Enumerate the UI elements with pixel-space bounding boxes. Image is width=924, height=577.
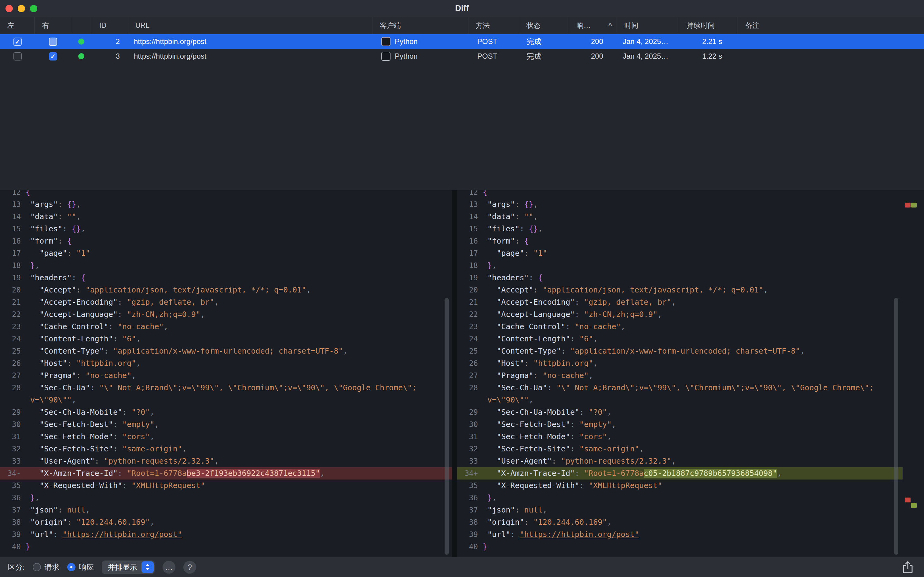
line-number: 14: [457, 211, 483, 223]
diff-pane-left: 12{13 "args": {},14 "data": "",15 "files…: [0, 190, 452, 557]
code-line: 20 "Accept": "application/json, text/jav…: [457, 284, 903, 296]
code-line: 12{: [457, 190, 903, 198]
left-checkbox[interactable]: ✓: [13, 38, 22, 46]
line-content: "Content-Length": "6",: [483, 333, 903, 345]
column-header-response-code[interactable]: 响…^: [569, 17, 617, 34]
column-header-duration[interactable]: 持续时间: [679, 17, 737, 34]
code-line: 23 "Cache-Control": "no-cache",: [0, 321, 452, 333]
left-pane-scrollbar[interactable]: [444, 298, 449, 555]
code-line: 37 "json": null,: [0, 504, 452, 516]
line-content: "Sec-Fetch-Site": "same-origin",: [26, 443, 452, 455]
line-number: 22: [0, 308, 26, 321]
line-number: 36: [457, 492, 483, 504]
line-number: 23: [457, 321, 483, 333]
table-row[interactable]: ✓3https://httpbin.org/postPythonPOST完成20…: [0, 49, 924, 64]
request-radio-icon[interactable]: [33, 563, 41, 571]
share-button[interactable]: [902, 561, 914, 574]
display-mode-select[interactable]: 并排显示: [102, 561, 155, 574]
close-window-button[interactable]: [5, 5, 13, 12]
line-content: v=\"90\"",: [483, 394, 903, 406]
code-line: 31 "Sec-Fetch-Mode": "cors",: [0, 430, 452, 443]
column-header-left[interactable]: 左: [0, 17, 34, 34]
line-number: 26: [457, 357, 483, 369]
zoom-window-button[interactable]: [30, 5, 37, 12]
line-number: 16: [0, 235, 26, 247]
right-checkbox[interactable]: ✓: [49, 52, 57, 61]
code-line: 36 },: [0, 492, 452, 504]
column-header-url[interactable]: URL: [128, 17, 372, 34]
radio-response[interactable]: 响应: [67, 562, 94, 572]
diff-ruler-mark-removed[interactable]: [905, 203, 911, 208]
line-number: 20: [457, 284, 483, 296]
line-number: 12: [0, 190, 26, 198]
time-cell: Jan 4, 2025…: [617, 49, 679, 64]
radio-request[interactable]: 请求: [33, 562, 59, 572]
column-header-time[interactable]: 时间: [617, 17, 679, 34]
response-radio-label: 响应: [79, 562, 94, 572]
left-checkbox[interactable]: [13, 52, 22, 61]
column-header-note[interactable]: 备注: [737, 17, 924, 34]
line-number: 29: [0, 406, 26, 418]
line-content: "origin": "120.244.60.169",: [483, 516, 903, 529]
status-dot-cell: [71, 34, 92, 49]
help-button[interactable]: ?: [184, 561, 196, 574]
line-number: 39: [457, 529, 483, 541]
table-header: 左 右 ID URL 客户端 方法 状态 响…^ 时间 持续时间 备注: [0, 17, 924, 34]
line-content: "Sec-Fetch-Site": "same-origin",: [483, 443, 903, 455]
code-line: 40}: [0, 541, 452, 553]
traffic-lights: [5, 0, 37, 17]
line-number: 37: [0, 504, 26, 516]
diff-ruler-mark-removed[interactable]: [905, 498, 911, 503]
code-line: 32 "Sec-Fetch-Site": "same-origin",: [0, 443, 452, 455]
response-code-cell: 200: [569, 49, 617, 64]
right-pane-scrollbar[interactable]: [894, 298, 898, 555]
client-label: Python: [395, 52, 418, 61]
line-number: 19: [457, 272, 483, 284]
code-line: 36 },: [457, 492, 903, 504]
line-number: 22: [457, 308, 483, 321]
code-line: 24 "Content-Length": "6",: [0, 333, 452, 345]
line-number: 28: [0, 382, 26, 394]
column-header-id[interactable]: ID: [92, 17, 128, 34]
line-content: "origin": "120.244.60.169",: [26, 516, 452, 529]
column-header-client[interactable]: 客户端: [372, 17, 468, 34]
response-radio-icon[interactable]: [67, 563, 76, 571]
code-line: 39 "url": "https://httpbin.org/post": [457, 529, 903, 541]
code-line: 19 "headers": {: [0, 272, 452, 284]
column-header-right[interactable]: 右: [34, 17, 71, 34]
line-number: 14: [0, 211, 26, 223]
line-content: "Accept-Encoding": "gzip, deflate, br",: [483, 296, 903, 308]
pane-divider: [452, 190, 457, 557]
diff-ruler-mark-added[interactable]: [911, 203, 917, 208]
column-header-status[interactable]: 状态: [519, 17, 569, 34]
right-select-cell: ✓: [34, 49, 71, 64]
line-content: "files": {},: [483, 223, 903, 235]
line-content: "url": "https://httpbin.org/post": [26, 529, 452, 541]
right-checkbox[interactable]: [49, 38, 57, 46]
bottom-toolbar: 区分: 请求 响应 并排显示 … ?: [0, 557, 924, 577]
line-number: 29: [457, 406, 483, 418]
more-options-button[interactable]: …: [163, 561, 175, 574]
minimize-window-button[interactable]: [18, 5, 25, 12]
line-content: "User-Agent": "python-requests/2.32.3",: [26, 455, 452, 467]
line-content: "Host": "httpbin.org",: [483, 357, 903, 369]
line-content: "page": "1": [26, 247, 452, 259]
chevron-up-icon: [145, 564, 150, 566]
column-header-time-label: 时间: [624, 21, 638, 30]
table-row[interactable]: ✓2https://httpbin.org/postPythonPOST完成20…: [0, 34, 924, 49]
diff-overview-ruler[interactable]: [903, 190, 924, 557]
code-line: 18 },: [0, 259, 452, 272]
column-header-method[interactable]: 方法: [468, 17, 519, 34]
sort-ascending-icon[interactable]: ^: [608, 21, 612, 30]
line-number: 18: [457, 259, 483, 272]
line-content: }: [26, 541, 452, 553]
code-line: 30 "Sec-Fetch-Dest": "empty",: [457, 418, 903, 430]
diff-ruler-mark-added[interactable]: [911, 503, 917, 508]
code-line: 33 "User-Agent": "python-requests/2.32.3…: [0, 455, 452, 467]
code-line: 13 "args": {},: [0, 198, 452, 211]
client-python-icon: [382, 37, 391, 46]
column-header-status-dot[interactable]: [71, 17, 92, 34]
app-window: { "titlebar": { "title": "Diff" }, "tabl…: [0, 0, 924, 577]
line-content: "Accept-Language": "zh-CN,zh;q=0.9",: [26, 308, 452, 321]
line-number: 37: [457, 504, 483, 516]
